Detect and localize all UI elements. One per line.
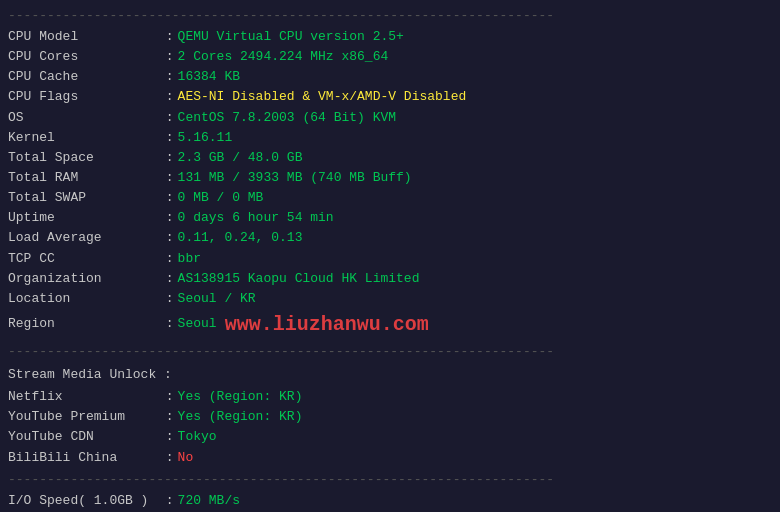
io-speed-1-colon: : — [158, 491, 174, 511]
media-section: Stream Media Unlock : Netflix : Yes (Reg… — [8, 363, 772, 468]
io-section: I/O Speed( 1.0GB ) : 720 MB/s I/O Speed(… — [8, 491, 772, 512]
region-key: Region — [8, 314, 158, 334]
kernel-key: Kernel — [8, 128, 158, 148]
io-speed-1-row: I/O Speed( 1.0GB ) : 720 MB/s — [8, 491, 772, 511]
load-average-row: Load Average : 0.11, 0.24, 0.13 — [8, 228, 772, 248]
os-value: CentOS 7.8.2003 (64 Bit) KVM — [178, 108, 396, 128]
kernel-colon: : — [158, 128, 174, 148]
tcp-cc-row: TCP CC : bbr — [8, 249, 772, 269]
youtube-premium-key: YouTube Premium — [8, 407, 158, 427]
os-row: OS : CentOS 7.8.2003 (64 Bit) KVM — [8, 108, 772, 128]
total-space-value: 2.3 GB / 48.0 GB — [178, 148, 303, 168]
youtube-cdn-key: YouTube CDN — [8, 427, 158, 447]
bilibili-key: BiliBili China — [8, 448, 158, 468]
media-header-text: Stream Media Unlock : — [8, 365, 172, 385]
bilibili-row: BiliBili China : No — [8, 448, 772, 468]
bilibili-value: No — [178, 448, 194, 468]
system-section: CPU Model : QEMU Virtual CPU version 2.5… — [8, 27, 772, 340]
netflix-value: Yes (Region: KR) — [178, 387, 303, 407]
cpu-model-row: CPU Model : QEMU Virtual CPU version 2.5… — [8, 27, 772, 47]
organization-key: Organization — [8, 269, 158, 289]
cpu-cores-key: CPU Cores — [8, 47, 158, 67]
total-ram-key: Total RAM — [8, 168, 158, 188]
total-swap-row: Total SWAP : 0 MB / 0 MB — [8, 188, 772, 208]
youtube-premium-row: YouTube Premium : Yes (Region: KR) — [8, 407, 772, 427]
cpu-flags-key: CPU Flags — [8, 87, 158, 107]
tcp-cc-colon: : — [158, 249, 174, 269]
cpu-cores-row: CPU Cores : 2 Cores 2494.224 MHz x86_64 — [8, 47, 772, 67]
total-swap-key: Total SWAP — [8, 188, 158, 208]
region-row: Region : Seoul www.liuzhanwu.com — [8, 309, 772, 340]
location-key: Location — [8, 289, 158, 309]
load-average-key: Load Average — [8, 228, 158, 248]
netflix-colon: : — [158, 387, 174, 407]
uptime-value: 0 days 6 hour 54 min — [178, 208, 334, 228]
uptime-row: Uptime : 0 days 6 hour 54 min — [8, 208, 772, 228]
total-ram-colon: : — [158, 168, 174, 188]
location-value: Seoul / KR — [178, 289, 256, 309]
cpu-cache-key: CPU Cache — [8, 67, 158, 87]
os-colon: : — [158, 108, 174, 128]
total-space-row: Total Space : 2.3 GB / 48.0 GB — [8, 148, 772, 168]
location-colon: : — [158, 289, 174, 309]
cpu-flags-colon: : — [158, 87, 174, 107]
tcp-cc-key: TCP CC — [8, 249, 158, 269]
youtube-cdn-colon: : — [158, 427, 174, 447]
cpu-flags-row: CPU Flags : AES-NI Disabled & VM-x/AMD-V… — [8, 87, 772, 107]
location-row: Location : Seoul / KR — [8, 289, 772, 309]
organization-row: Organization : AS138915 Kaopu Cloud HK L… — [8, 269, 772, 289]
load-average-value: 0.11, 0.24, 0.13 — [178, 228, 303, 248]
netflix-key: Netflix — [8, 387, 158, 407]
cpu-model-colon: : — [158, 27, 174, 47]
total-space-colon: : — [158, 148, 174, 168]
divider-media: ----------------------------------------… — [8, 344, 772, 359]
os-key: OS — [8, 108, 158, 128]
uptime-key: Uptime — [8, 208, 158, 228]
kernel-row: Kernel : 5.16.11 — [8, 128, 772, 148]
cpu-cores-value: 2 Cores 2494.224 MHz x86_64 — [178, 47, 389, 67]
kernel-value: 5.16.11 — [178, 128, 233, 148]
bilibili-colon: : — [158, 448, 174, 468]
region-value: Seoul — [178, 314, 217, 334]
total-swap-colon: : — [158, 188, 174, 208]
youtube-premium-colon: : — [158, 407, 174, 427]
cpu-flags-value: AES-NI Disabled & VM-x/AMD-V Disabled — [178, 87, 467, 107]
cpu-cache-value: 16384 KB — [178, 67, 240, 87]
total-ram-row: Total RAM : 131 MB / 3933 MB (740 MB Buf… — [8, 168, 772, 188]
organization-value: AS138915 Kaopu Cloud HK Limited — [178, 269, 420, 289]
divider-io: ----------------------------------------… — [8, 472, 772, 487]
youtube-cdn-value: Tokyo — [178, 427, 217, 447]
organization-colon: : — [158, 269, 174, 289]
total-space-key: Total Space — [8, 148, 158, 168]
region-colon: : — [158, 314, 174, 334]
total-ram-value: 131 MB / 3933 MB (740 MB Buff) — [178, 168, 412, 188]
media-header-row: Stream Media Unlock : — [8, 363, 772, 387]
netflix-row: Netflix : Yes (Region: KR) — [8, 387, 772, 407]
cpu-cores-colon: : — [158, 47, 174, 67]
load-average-colon: : — [158, 228, 174, 248]
watermark-text: www.liuzhanwu.com — [225, 309, 429, 340]
divider-top: ----------------------------------------… — [8, 8, 772, 23]
io-speed-1-value: 720 MB/s — [178, 491, 240, 511]
youtube-cdn-row: YouTube CDN : Tokyo — [8, 427, 772, 447]
youtube-premium-value: Yes (Region: KR) — [178, 407, 303, 427]
cpu-cache-colon: : — [158, 67, 174, 87]
tcp-cc-value: bbr — [178, 249, 201, 269]
cpu-model-key: CPU Model — [8, 27, 158, 47]
io-speed-1-key: I/O Speed( 1.0GB ) — [8, 491, 158, 511]
total-swap-value: 0 MB / 0 MB — [178, 188, 264, 208]
uptime-colon: : — [158, 208, 174, 228]
cpu-model-value: QEMU Virtual CPU version 2.5+ — [178, 27, 404, 47]
cpu-cache-row: CPU Cache : 16384 KB — [8, 67, 772, 87]
